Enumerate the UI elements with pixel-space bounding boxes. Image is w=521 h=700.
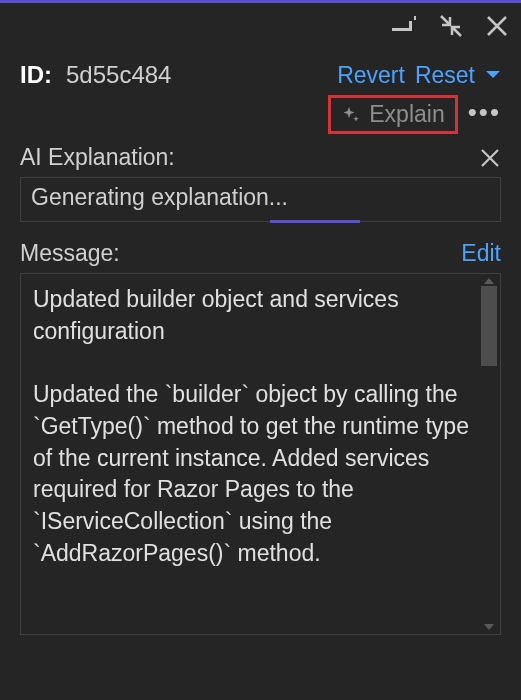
more-options-icon[interactable]: ••• (468, 99, 501, 131)
svg-rect-1 (409, 21, 412, 31)
progress-indicator (270, 220, 360, 223)
message-header: Message: Edit (0, 226, 521, 273)
svg-rect-0 (392, 28, 410, 31)
sparkle-icon (341, 105, 361, 125)
ai-section-header: AI Explanation: (0, 134, 521, 177)
message-label: Message: (20, 240, 120, 267)
scroll-up-icon[interactable] (483, 276, 495, 286)
ai-status-text: Generating explanation... (31, 184, 288, 210)
id-row: ID: 5d55c484 Revert Reset (0, 49, 521, 89)
message-box: Updated builder object and services conf… (20, 273, 501, 635)
ai-explanation-label: AI Explanation: (20, 144, 175, 171)
id-label: ID: (20, 61, 52, 89)
reset-link[interactable]: Reset (415, 62, 475, 89)
explain-label: Explain (369, 101, 444, 128)
scroll-thumb[interactable] (481, 286, 497, 366)
edit-link[interactable]: Edit (461, 240, 501, 267)
explain-row: Explain ••• (0, 89, 521, 134)
svg-rect-2 (414, 16, 416, 20)
id-value: 5d55c484 (66, 61, 337, 89)
scroll-track[interactable] (478, 286, 500, 622)
collapse-icon[interactable] (433, 8, 469, 44)
close-explanation-icon[interactable] (479, 147, 501, 169)
message-content: Updated builder object and services conf… (21, 274, 478, 634)
id-actions: Revert Reset (337, 62, 501, 89)
scroll-down-icon[interactable] (483, 622, 495, 632)
revert-link[interactable]: Revert (337, 62, 405, 89)
reset-dropdown-icon[interactable] (485, 69, 501, 81)
commit-details-panel: ID: 5d55c484 Revert Reset Explain ••• AI… (0, 0, 521, 700)
ai-explanation-box: Generating explanation... (20, 177, 501, 222)
scrollbar[interactable] (478, 274, 500, 634)
explain-button[interactable]: Explain (328, 95, 457, 134)
auto-hide-icon[interactable] (387, 8, 423, 44)
panel-topbar (0, 3, 521, 49)
close-panel-icon[interactable] (479, 8, 515, 44)
